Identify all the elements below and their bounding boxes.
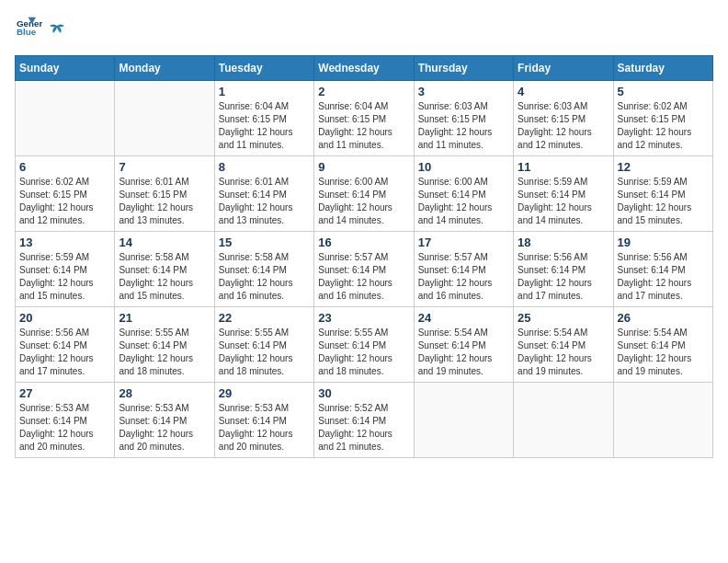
day-number: 23 — [318, 311, 409, 325]
day-cell: 27Sunrise: 5:53 AM Sunset: 6:14 PM Dayli… — [16, 383, 115, 458]
day-number: 28 — [119, 386, 210, 400]
day-info: Sunrise: 5:59 AM Sunset: 6:14 PM Dayligh… — [19, 251, 110, 303]
day-info: Sunrise: 5:54 AM Sunset: 6:14 PM Dayligh… — [418, 327, 509, 378]
day-cell: 5Sunrise: 6:02 AM Sunset: 6:15 PM Daylig… — [613, 81, 712, 156]
header-cell-thursday: Thursday — [414, 56, 513, 81]
day-number: 12 — [618, 160, 709, 174]
day-cell: 3Sunrise: 6:03 AM Sunset: 6:15 PM Daylig… — [414, 81, 513, 156]
header-cell-friday: Friday — [514, 56, 613, 81]
day-number: 25 — [518, 311, 609, 325]
day-info: Sunrise: 5:55 AM Sunset: 6:14 PM Dayligh… — [119, 327, 210, 378]
day-cell — [514, 383, 613, 458]
day-info: Sunrise: 5:57 AM Sunset: 6:14 PM Dayligh… — [318, 251, 409, 303]
day-info: Sunrise: 6:01 AM Sunset: 6:15 PM Dayligh… — [119, 176, 210, 227]
day-info: Sunrise: 6:01 AM Sunset: 6:14 PM Dayligh… — [219, 176, 310, 227]
header-cell-saturday: Saturday — [613, 56, 712, 81]
day-info: Sunrise: 6:00 AM Sunset: 6:14 PM Dayligh… — [418, 176, 509, 227]
day-cell — [613, 383, 712, 458]
day-number: 15 — [219, 236, 310, 249]
day-info: Sunrise: 5:52 AM Sunset: 6:14 PM Dayligh… — [318, 402, 409, 454]
day-cell: 14Sunrise: 5:58 AM Sunset: 6:14 PM Dayli… — [115, 232, 214, 307]
day-info: Sunrise: 5:59 AM Sunset: 6:14 PM Dayligh… — [618, 176, 709, 227]
day-number: 8 — [219, 160, 310, 174]
logo-bird-icon — [48, 22, 66, 40]
day-cell: 24Sunrise: 5:54 AM Sunset: 6:14 PM Dayli… — [414, 307, 513, 383]
day-cell: 18Sunrise: 5:56 AM Sunset: 6:14 PM Dayli… — [514, 232, 613, 307]
day-info: Sunrise: 6:03 AM Sunset: 6:15 PM Dayligh… — [518, 100, 609, 152]
day-number: 4 — [518, 85, 609, 98]
day-cell: 25Sunrise: 5:54 AM Sunset: 6:14 PM Dayli… — [514, 307, 613, 383]
day-number: 13 — [19, 236, 110, 249]
day-cell: 28Sunrise: 5:53 AM Sunset: 6:14 PM Dayli… — [115, 383, 214, 458]
header-cell-sunday: Sunday — [16, 56, 115, 81]
day-cell: 6Sunrise: 6:02 AM Sunset: 6:15 PM Daylig… — [16, 156, 115, 232]
logo-icon: General Blue — [17, 15, 42, 40]
day-info: Sunrise: 5:53 AM Sunset: 6:14 PM Dayligh… — [219, 402, 310, 454]
day-number: 16 — [318, 236, 409, 249]
day-number: 21 — [119, 311, 210, 325]
day-number: 26 — [618, 311, 709, 325]
day-number: 24 — [418, 311, 509, 325]
day-number: 18 — [518, 236, 609, 249]
day-number: 22 — [219, 311, 310, 325]
header-row: SundayMondayTuesdayWednesdayThursdayFrid… — [16, 56, 713, 81]
day-number: 10 — [418, 160, 509, 174]
day-info: Sunrise: 5:58 AM Sunset: 6:14 PM Dayligh… — [219, 251, 310, 303]
header-cell-tuesday: Tuesday — [214, 56, 313, 81]
day-info: Sunrise: 5:53 AM Sunset: 6:14 PM Dayligh… — [19, 402, 110, 454]
day-cell: 29Sunrise: 5:53 AM Sunset: 6:14 PM Dayli… — [214, 383, 313, 458]
logo: General Blue — [15, 15, 66, 44]
day-info: Sunrise: 6:02 AM Sunset: 6:15 PM Dayligh… — [618, 100, 709, 152]
day-cell: 20Sunrise: 5:56 AM Sunset: 6:14 PM Dayli… — [16, 307, 115, 383]
header-cell-wednesday: Wednesday — [314, 56, 414, 81]
day-info: Sunrise: 5:56 AM Sunset: 6:14 PM Dayligh… — [19, 327, 110, 378]
day-info: Sunrise: 5:56 AM Sunset: 6:14 PM Dayligh… — [518, 251, 609, 303]
page-header: General Blue — [15, 15, 713, 44]
day-number: 3 — [418, 85, 509, 98]
day-info: Sunrise: 5:57 AM Sunset: 6:14 PM Dayligh… — [418, 251, 509, 303]
day-info: Sunrise: 6:04 AM Sunset: 6:15 PM Dayligh… — [219, 100, 310, 152]
day-number: 30 — [318, 386, 409, 400]
day-cell: 17Sunrise: 5:57 AM Sunset: 6:14 PM Dayli… — [414, 232, 513, 307]
day-info: Sunrise: 6:00 AM Sunset: 6:14 PM Dayligh… — [318, 176, 409, 227]
week-row-4: 20Sunrise: 5:56 AM Sunset: 6:14 PM Dayli… — [16, 307, 713, 383]
day-info: Sunrise: 6:03 AM Sunset: 6:15 PM Dayligh… — [418, 100, 509, 152]
day-info: Sunrise: 5:54 AM Sunset: 6:14 PM Dayligh… — [518, 327, 609, 378]
day-cell: 23Sunrise: 5:55 AM Sunset: 6:14 PM Dayli… — [314, 307, 414, 383]
header-cell-monday: Monday — [115, 56, 214, 81]
day-cell: 16Sunrise: 5:57 AM Sunset: 6:14 PM Dayli… — [314, 232, 414, 307]
day-cell: 13Sunrise: 5:59 AM Sunset: 6:14 PM Dayli… — [16, 232, 115, 307]
day-info: Sunrise: 5:58 AM Sunset: 6:14 PM Dayligh… — [119, 251, 210, 303]
day-info: Sunrise: 5:59 AM Sunset: 6:14 PM Dayligh… — [518, 176, 609, 227]
day-cell: 1Sunrise: 6:04 AM Sunset: 6:15 PM Daylig… — [214, 81, 313, 156]
day-cell: 21Sunrise: 5:55 AM Sunset: 6:14 PM Dayli… — [115, 307, 214, 383]
day-number: 7 — [119, 160, 210, 174]
day-cell: 15Sunrise: 5:58 AM Sunset: 6:14 PM Dayli… — [214, 232, 313, 307]
week-row-5: 27Sunrise: 5:53 AM Sunset: 6:14 PM Dayli… — [16, 383, 713, 458]
calendar-table: SundayMondayTuesdayWednesdayThursdayFrid… — [15, 55, 713, 458]
day-info: Sunrise: 5:55 AM Sunset: 6:14 PM Dayligh… — [318, 327, 409, 378]
day-number: 29 — [219, 386, 310, 400]
day-number: 9 — [318, 160, 409, 174]
day-cell: 10Sunrise: 6:00 AM Sunset: 6:14 PM Dayli… — [414, 156, 513, 232]
day-number: 1 — [219, 85, 310, 98]
day-number: 27 — [19, 386, 110, 400]
svg-text:Blue: Blue — [17, 27, 37, 37]
day-cell — [414, 383, 513, 458]
day-number: 11 — [518, 160, 609, 174]
day-cell: 12Sunrise: 5:59 AM Sunset: 6:14 PM Dayli… — [613, 156, 712, 232]
day-info: Sunrise: 5:54 AM Sunset: 6:14 PM Dayligh… — [618, 327, 709, 378]
day-info: Sunrise: 6:04 AM Sunset: 6:15 PM Dayligh… — [318, 100, 409, 152]
day-number: 2 — [318, 85, 409, 98]
day-cell: 4Sunrise: 6:03 AM Sunset: 6:15 PM Daylig… — [514, 81, 613, 156]
day-number: 14 — [119, 236, 210, 249]
day-number: 19 — [618, 236, 709, 249]
day-number: 6 — [19, 160, 110, 174]
day-cell — [16, 81, 115, 156]
day-info: Sunrise: 5:53 AM Sunset: 6:14 PM Dayligh… — [119, 402, 210, 454]
day-cell: 8Sunrise: 6:01 AM Sunset: 6:14 PM Daylig… — [214, 156, 313, 232]
week-row-3: 13Sunrise: 5:59 AM Sunset: 6:14 PM Dayli… — [16, 232, 713, 307]
day-cell: 30Sunrise: 5:52 AM Sunset: 6:14 PM Dayli… — [314, 383, 414, 458]
day-cell: 19Sunrise: 5:56 AM Sunset: 6:14 PM Dayli… — [613, 232, 712, 307]
day-number: 20 — [19, 311, 110, 325]
